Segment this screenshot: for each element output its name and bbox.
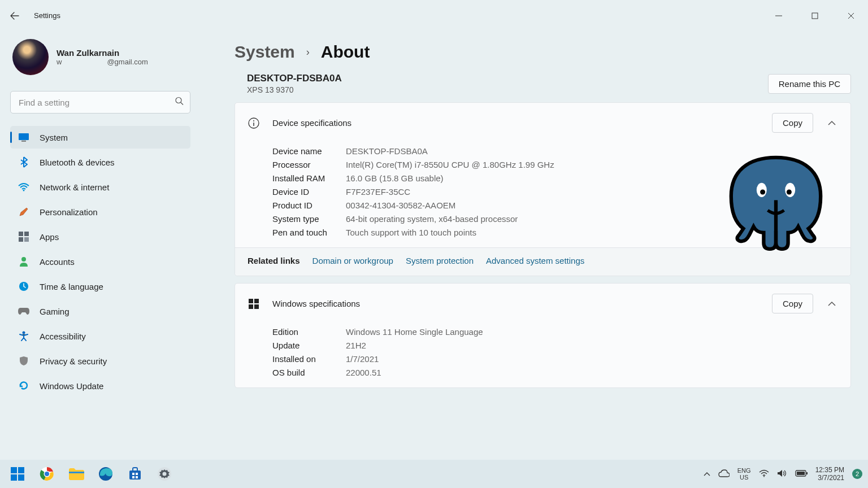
search-box	[10, 91, 190, 114]
cloud-icon[interactable]	[718, 469, 730, 479]
link-system-protection[interactable]: System protection	[406, 256, 474, 265]
sidebar-item-privacy[interactable]: Privacy & security	[10, 350, 190, 372]
display-icon	[18, 132, 29, 143]
svg-point-13	[23, 332, 25, 334]
sidebar-item-bluetooth[interactable]: Bluetooth & devices	[10, 151, 190, 173]
apps-icon	[18, 231, 29, 242]
svg-point-6	[23, 190, 25, 191]
person-icon	[18, 256, 29, 267]
sidebar-item-label: Bluetooth & devices	[40, 158, 115, 167]
svg-rect-28	[18, 474, 24, 481]
store-icon[interactable]	[123, 462, 147, 486]
sidebar-item-label: Personalization	[40, 207, 98, 217]
sidebar-item-accounts[interactable]: Accounts	[10, 250, 190, 273]
wifi-icon	[18, 181, 29, 193]
sidebar-item-label: Time & language	[40, 282, 103, 291]
spec-label: Installed on	[272, 354, 346, 364]
clock-icon	[18, 281, 29, 292]
svg-rect-7	[19, 232, 23, 236]
wifi-tray-icon[interactable]	[759, 469, 769, 479]
battery-icon[interactable]	[795, 470, 808, 478]
svg-rect-37	[132, 476, 134, 478]
sidebar-item-time[interactable]: Time & language	[10, 275, 190, 298]
sidebar-item-gaming[interactable]: Gaming	[10, 300, 190, 323]
svg-rect-43	[797, 472, 805, 475]
notification-badge[interactable]: 2	[852, 469, 862, 479]
profile-name: Wan Zulkarnain	[57, 48, 148, 58]
windows-icon	[248, 298, 260, 310]
accessibility-icon	[18, 330, 29, 342]
svg-point-2	[176, 98, 181, 103]
tray-chevron-icon[interactable]	[704, 470, 710, 478]
svg-point-11	[21, 257, 26, 262]
taskbar: ENGUS 12:35 PM3/7/2021 2	[0, 460, 868, 488]
svg-rect-4	[19, 133, 29, 140]
spec-label: Pen and touch	[272, 228, 346, 237]
spec-label: Update	[272, 341, 346, 350]
copy-button[interactable]: Copy	[772, 113, 813, 133]
sidebar-item-system[interactable]: System	[10, 126, 190, 149]
explorer-icon[interactable]	[64, 462, 88, 486]
avatar	[12, 39, 49, 75]
profile-block[interactable]: Wan Zulkarnain w@gmail.com	[10, 37, 190, 77]
sidebar-item-apps[interactable]: Apps	[10, 225, 190, 248]
sidebar-item-network[interactable]: Network & internet	[10, 176, 190, 198]
sidebar-item-personalization[interactable]: Personalization	[10, 201, 190, 223]
svg-rect-8	[24, 232, 29, 236]
svg-rect-23	[249, 304, 253, 309]
sidebar-item-label: Privacy & security	[40, 356, 107, 366]
svg-point-15	[253, 120, 254, 121]
breadcrumb-parent[interactable]: System	[235, 42, 295, 62]
sidebar-item-label: System	[40, 133, 68, 142]
breadcrumb: System › About	[235, 42, 851, 62]
page-title: About	[321, 42, 370, 62]
edge-icon[interactable]	[94, 462, 118, 486]
link-domain-workgroup[interactable]: Domain or workgroup	[313, 256, 393, 265]
device-name: DESKTOP-FDSBA0A	[247, 73, 342, 84]
svg-line-3	[181, 103, 183, 105]
main-content: System › About DESKTOP-FDSBA0A XPS 13 93…	[201, 31, 868, 460]
shield-icon	[18, 355, 29, 367]
sidebar-item-update[interactable]: Windows Update	[10, 374, 190, 397]
svg-rect-25	[11, 467, 17, 473]
minimize-button[interactable]	[767, 7, 790, 25]
collapse-button[interactable]	[826, 297, 838, 311]
link-advanced-settings[interactable]: Advanced system settings	[486, 256, 584, 265]
svg-rect-36	[136, 473, 138, 475]
spec-label: Device name	[272, 146, 346, 156]
svg-rect-24	[254, 304, 259, 309]
svg-point-19	[760, 190, 765, 195]
search-input[interactable]	[10, 91, 190, 114]
svg-point-41	[763, 476, 765, 477]
svg-point-31	[45, 472, 49, 476]
chrome-icon[interactable]	[35, 462, 59, 486]
sidebar-item-label: Apps	[40, 232, 59, 242]
svg-rect-27	[11, 474, 17, 481]
sidebar: Wan Zulkarnain w@gmail.com System Blueto…	[0, 31, 201, 460]
info-icon	[248, 117, 260, 129]
maximize-button[interactable]	[804, 7, 826, 25]
spec-label: Device ID	[272, 187, 346, 197]
device-spec-card: Device specifications Copy Device nameDE…	[235, 102, 851, 276]
search-icon	[175, 97, 184, 108]
spec-label: Installed RAM	[272, 173, 346, 183]
clock[interactable]: 12:35 PM3/7/2021	[815, 466, 844, 482]
brush-icon	[18, 206, 29, 217]
svg-rect-21	[249, 299, 253, 303]
sidebar-item-accessibility[interactable]: Accessibility	[10, 325, 190, 347]
card-title: Device specifications	[272, 118, 351, 128]
spec-label: OS build	[272, 368, 346, 377]
rename-pc-button[interactable]: Rename this PC	[768, 74, 851, 94]
language-indicator[interactable]: ENGUS	[737, 467, 751, 481]
copy-button[interactable]: Copy	[772, 294, 813, 313]
close-button[interactable]	[840, 7, 862, 25]
spec-label: Processor	[272, 160, 346, 169]
profile-email: w@gmail.com	[57, 58, 148, 66]
volume-icon[interactable]	[777, 469, 787, 479]
back-button[interactable]	[6, 7, 24, 25]
sidebar-item-label: Windows Update	[40, 381, 103, 391]
settings-icon[interactable]	[153, 462, 176, 486]
svg-rect-10	[24, 237, 29, 242]
collapse-button[interactable]	[826, 116, 838, 130]
start-button[interactable]	[6, 462, 29, 486]
